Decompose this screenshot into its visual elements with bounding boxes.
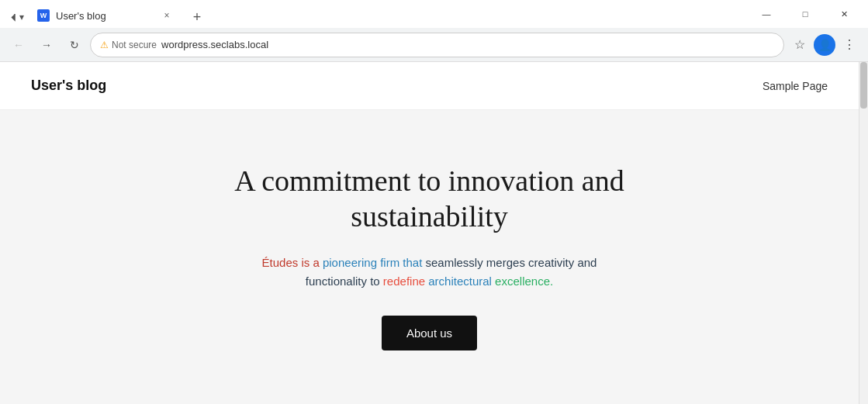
bookmark-button[interactable]: ☆	[787, 33, 812, 57]
scrollbar[interactable]	[859, 62, 868, 404]
tab-title: User's blog	[56, 10, 154, 22]
new-tab-button[interactable]: +	[186, 6, 208, 28]
address-bar[interactable]: ⚠ Not secure wordpress.seclabs.local	[90, 33, 784, 57]
scrollbar-track	[859, 62, 868, 404]
profile-icon: 👤	[818, 39, 832, 51]
webpage-content: User's blog Sample Page A commitment to …	[0, 62, 859, 404]
hero-subtitle: Études is a pioneering firm that seamles…	[262, 254, 597, 291]
tab-bar: ▾ W User's blog × + — □ ✕	[0, 0, 868, 28]
maximize-button[interactable]: □	[787, 0, 823, 28]
url-display: wordpress.seclabs.local	[161, 39, 774, 50]
subtitle-part-2: pioneering firm that	[323, 256, 426, 269]
menu-button[interactable]: ⋮	[837, 33, 862, 57]
active-tab[interactable]: W User's blog ×	[28, 3, 183, 28]
nav-item-sample-page[interactable]: Sample Page	[763, 80, 828, 92]
tab-close-button[interactable]: ×	[160, 9, 174, 22]
toolbar-right-actions: ☆ 👤 ⋮	[787, 33, 862, 57]
reload-button[interactable]: ↻	[62, 33, 87, 57]
window-controls: — □ ✕	[749, 0, 862, 28]
subtitle-part-1: Études is a	[262, 256, 323, 269]
warning-icon: ⚠	[100, 40, 109, 50]
browser-window: ▾ W User's blog × + — □ ✕ ← → ↻ ⚠	[0, 0, 868, 62]
close-button[interactable]: ✕	[826, 0, 862, 28]
back-button[interactable]: ←	[6, 33, 31, 57]
about-us-button[interactable]: About us	[382, 316, 477, 350]
tab-favicon: W	[37, 9, 50, 22]
hero-title: A commitment to innovation and sustainab…	[197, 164, 662, 234]
subtitle-part-5: architectural	[425, 275, 492, 288]
hero-section: A commitment to innovation and sustainab…	[0, 110, 859, 404]
scrollbar-thumb[interactable]	[860, 62, 867, 109]
site-logo: User's blog	[31, 78, 106, 94]
tab-history-button[interactable]: ▾	[6, 6, 28, 28]
security-label: Not secure	[112, 40, 157, 50]
minimize-button[interactable]: —	[749, 0, 784, 28]
profile-button[interactable]: 👤	[814, 34, 835, 56]
subtitle-part-6: excellence.	[492, 275, 553, 288]
browser-content-area: User's blog Sample Page A commitment to …	[0, 62, 868, 404]
browser-toolbar: ← → ↻ ⚠ Not secure wordpress.seclabs.loc…	[0, 28, 868, 62]
site-header: User's blog Sample Page	[0, 62, 859, 110]
subtitle-part-4: redefine	[383, 275, 425, 288]
forward-button[interactable]: →	[34, 33, 59, 57]
site-nav: Sample Page	[763, 79, 828, 93]
security-indicator: ⚠ Not secure	[100, 40, 157, 50]
